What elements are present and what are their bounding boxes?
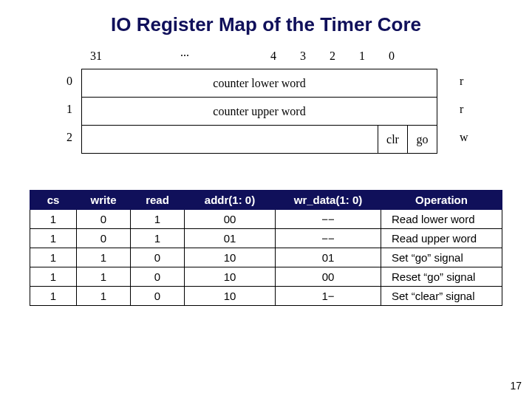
cell-addr: 10 xyxy=(185,287,276,306)
register-row-1: counter upper word xyxy=(82,98,437,126)
register-cell-label: go xyxy=(417,133,429,146)
page-number: 17 xyxy=(510,380,522,392)
cell-write: 0 xyxy=(77,229,131,248)
col-header-write: write xyxy=(77,191,131,210)
col-header-op: Operation xyxy=(381,191,502,210)
cell-op: Set “go” signal xyxy=(381,248,502,267)
cell-op: Read upper word xyxy=(381,229,502,248)
cell-cs: 1 xyxy=(30,210,77,229)
row-index: 1 xyxy=(58,103,72,116)
table-header-row: cs write read addr(1: 0) wr_data(1: 0) O… xyxy=(30,191,502,210)
cell-write: 1 xyxy=(77,267,131,287)
cell-read: 1 xyxy=(131,210,185,229)
bit-label: 2 xyxy=(318,50,347,63)
cell-wrdata: 00 xyxy=(276,267,381,287)
row-index: 2 xyxy=(58,131,72,144)
row-rw: r xyxy=(460,103,474,116)
cell-wrdata: 1− xyxy=(276,287,381,306)
table-row: 1 0 1 01 −− Read upper word xyxy=(30,229,502,248)
table-row: 1 1 0 10 1− Set “clear” signal xyxy=(30,287,502,306)
cell-addr: 01 xyxy=(185,229,276,248)
cell-wrdata: −− xyxy=(276,210,381,229)
cell-write: 0 xyxy=(77,210,131,229)
cell-op: Set “clear” signal xyxy=(381,287,502,306)
col-header-wrdata: wr_data(1: 0) xyxy=(276,191,381,210)
bit-label: 1 xyxy=(347,50,377,63)
cell-op: Reset “go” signal xyxy=(381,267,502,287)
cell-read: 0 xyxy=(131,248,185,267)
register-cell-label: counter upper word xyxy=(213,105,305,118)
cell-addr: 00 xyxy=(185,210,276,229)
col-header-cs: cs xyxy=(30,191,77,210)
register-cell-label: clr xyxy=(386,133,399,146)
register-row-0: counter lower word xyxy=(82,69,437,98)
cell-cs: 1 xyxy=(30,287,77,306)
bit-index-labels: 31 ··· 4 3 2 1 0 xyxy=(81,50,436,63)
row-rw: w xyxy=(460,131,474,144)
cell-write: 1 xyxy=(77,287,131,306)
row-rw: r xyxy=(460,75,474,88)
cell-cs: 1 xyxy=(30,248,77,267)
register-row-2: clr go xyxy=(82,126,437,154)
cell-cs: 1 xyxy=(30,267,77,287)
cell-wrdata: 01 xyxy=(276,248,381,267)
table-row: 1 1 0 10 01 Set “go” signal xyxy=(30,248,502,267)
register-frame: counter lower word counter upper word cl… xyxy=(81,69,437,154)
register-cell-label: counter lower word xyxy=(213,77,305,90)
bit-label: 3 xyxy=(288,50,318,63)
cell-read: 1 xyxy=(131,229,185,248)
cell-op: Read lower word xyxy=(381,210,502,229)
page-title: IO Register Map of the Timer Core xyxy=(0,0,532,42)
bit-label: 0 xyxy=(377,50,406,63)
register-cell-go: go xyxy=(407,126,437,153)
cell-wrdata: −− xyxy=(276,229,381,248)
table-row: 1 0 1 00 −− Read lower word xyxy=(30,210,502,229)
cell-read: 0 xyxy=(131,287,185,306)
bit-label-ellipsis: ··· xyxy=(111,50,259,63)
table-body: 1 0 1 00 −− Read lower word 1 0 1 01 −− … xyxy=(30,210,502,306)
col-header-read: read xyxy=(131,191,185,210)
cell-cs: 1 xyxy=(30,229,77,248)
table-row: 1 1 0 10 00 Reset “go” signal xyxy=(30,267,502,287)
register-diagram: 31 ··· 4 3 2 1 0 counter lower word coun… xyxy=(52,50,480,168)
register-cell-clr: clr xyxy=(378,126,407,153)
cell-addr: 10 xyxy=(185,248,276,267)
row-index: 0 xyxy=(58,75,72,88)
cell-read: 0 xyxy=(131,267,185,287)
bit-label: 4 xyxy=(259,50,288,63)
col-header-addr: addr(1: 0) xyxy=(185,191,276,210)
cell-write: 1 xyxy=(77,248,131,267)
cell-addr: 10 xyxy=(185,267,276,287)
operation-table: cs write read addr(1: 0) wr_data(1: 0) O… xyxy=(30,190,502,306)
bit-label: 31 xyxy=(81,50,111,63)
